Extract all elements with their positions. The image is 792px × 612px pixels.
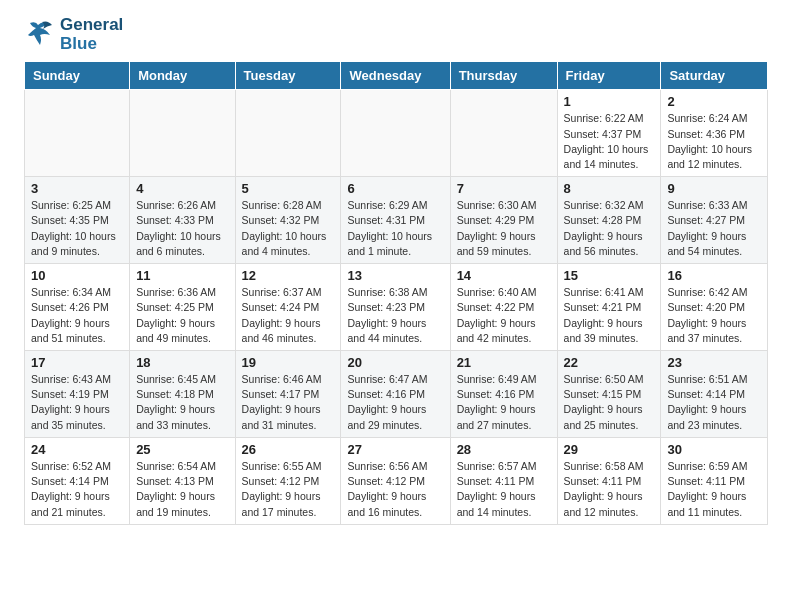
- calendar-cell: [235, 90, 341, 177]
- day-number: 11: [136, 268, 228, 283]
- day-number: 19: [242, 355, 335, 370]
- day-number: 15: [564, 268, 655, 283]
- day-info: Sunrise: 6:24 AM Sunset: 4:36 PM Dayligh…: [667, 111, 761, 172]
- day-number: 12: [242, 268, 335, 283]
- calendar-cell: [130, 90, 235, 177]
- day-number: 28: [457, 442, 551, 457]
- logo-icon: [20, 17, 56, 53]
- day-info: Sunrise: 6:37 AM Sunset: 4:24 PM Dayligh…: [242, 285, 335, 346]
- day-number: 23: [667, 355, 761, 370]
- day-info: Sunrise: 6:54 AM Sunset: 4:13 PM Dayligh…: [136, 459, 228, 520]
- calendar-cell: 3Sunrise: 6:25 AM Sunset: 4:35 PM Daylig…: [25, 177, 130, 264]
- day-info: Sunrise: 6:34 AM Sunset: 4:26 PM Dayligh…: [31, 285, 123, 346]
- calendar-cell: 28Sunrise: 6:57 AM Sunset: 4:11 PM Dayli…: [450, 437, 557, 524]
- day-number: 22: [564, 355, 655, 370]
- calendar-cell: 16Sunrise: 6:42 AM Sunset: 4:20 PM Dayli…: [661, 264, 768, 351]
- calendar-cell: [341, 90, 450, 177]
- calendar-cell: 14Sunrise: 6:40 AM Sunset: 4:22 PM Dayli…: [450, 264, 557, 351]
- calendar-cell: 19Sunrise: 6:46 AM Sunset: 4:17 PM Dayli…: [235, 351, 341, 438]
- day-number: 18: [136, 355, 228, 370]
- calendar-cell: 21Sunrise: 6:49 AM Sunset: 4:16 PM Dayli…: [450, 351, 557, 438]
- weekday-header-thursday: Thursday: [450, 62, 557, 90]
- calendar-cell: [450, 90, 557, 177]
- day-number: 27: [347, 442, 443, 457]
- day-info: Sunrise: 6:56 AM Sunset: 4:12 PM Dayligh…: [347, 459, 443, 520]
- day-info: Sunrise: 6:32 AM Sunset: 4:28 PM Dayligh…: [564, 198, 655, 259]
- day-info: Sunrise: 6:36 AM Sunset: 4:25 PM Dayligh…: [136, 285, 228, 346]
- day-info: Sunrise: 6:46 AM Sunset: 4:17 PM Dayligh…: [242, 372, 335, 433]
- day-info: Sunrise: 6:42 AM Sunset: 4:20 PM Dayligh…: [667, 285, 761, 346]
- calendar-cell: 30Sunrise: 6:59 AM Sunset: 4:11 PM Dayli…: [661, 437, 768, 524]
- calendar-cell: 27Sunrise: 6:56 AM Sunset: 4:12 PM Dayli…: [341, 437, 450, 524]
- calendar-cell: 1Sunrise: 6:22 AM Sunset: 4:37 PM Daylig…: [557, 90, 661, 177]
- day-number: 9: [667, 181, 761, 196]
- day-info: Sunrise: 6:41 AM Sunset: 4:21 PM Dayligh…: [564, 285, 655, 346]
- weekday-header-wednesday: Wednesday: [341, 62, 450, 90]
- calendar-cell: 20Sunrise: 6:47 AM Sunset: 4:16 PM Dayli…: [341, 351, 450, 438]
- day-number: 4: [136, 181, 228, 196]
- calendar-cell: 4Sunrise: 6:26 AM Sunset: 4:33 PM Daylig…: [130, 177, 235, 264]
- calendar-cell: 2Sunrise: 6:24 AM Sunset: 4:36 PM Daylig…: [661, 90, 768, 177]
- day-number: 2: [667, 94, 761, 109]
- day-number: 10: [31, 268, 123, 283]
- weekday-header-sunday: Sunday: [25, 62, 130, 90]
- day-number: 20: [347, 355, 443, 370]
- calendar-container: SundayMondayTuesdayWednesdayThursdayFrid…: [0, 61, 792, 536]
- day-number: 16: [667, 268, 761, 283]
- day-number: 26: [242, 442, 335, 457]
- day-number: 30: [667, 442, 761, 457]
- day-info: Sunrise: 6:45 AM Sunset: 4:18 PM Dayligh…: [136, 372, 228, 433]
- day-info: Sunrise: 6:25 AM Sunset: 4:35 PM Dayligh…: [31, 198, 123, 259]
- weekday-header-monday: Monday: [130, 62, 235, 90]
- day-info: Sunrise: 6:47 AM Sunset: 4:16 PM Dayligh…: [347, 372, 443, 433]
- day-info: Sunrise: 6:38 AM Sunset: 4:23 PM Dayligh…: [347, 285, 443, 346]
- calendar-week-1: 1Sunrise: 6:22 AM Sunset: 4:37 PM Daylig…: [25, 90, 768, 177]
- day-number: 17: [31, 355, 123, 370]
- day-number: 5: [242, 181, 335, 196]
- day-info: Sunrise: 6:29 AM Sunset: 4:31 PM Dayligh…: [347, 198, 443, 259]
- day-info: Sunrise: 6:30 AM Sunset: 4:29 PM Dayligh…: [457, 198, 551, 259]
- day-info: Sunrise: 6:51 AM Sunset: 4:14 PM Dayligh…: [667, 372, 761, 433]
- day-info: Sunrise: 6:22 AM Sunset: 4:37 PM Dayligh…: [564, 111, 655, 172]
- day-info: Sunrise: 6:26 AM Sunset: 4:33 PM Dayligh…: [136, 198, 228, 259]
- calendar-cell: 11Sunrise: 6:36 AM Sunset: 4:25 PM Dayli…: [130, 264, 235, 351]
- calendar-cell: 10Sunrise: 6:34 AM Sunset: 4:26 PM Dayli…: [25, 264, 130, 351]
- weekday-header-row: SundayMondayTuesdayWednesdayThursdayFrid…: [25, 62, 768, 90]
- day-number: 7: [457, 181, 551, 196]
- day-number: 13: [347, 268, 443, 283]
- calendar-cell: 12Sunrise: 6:37 AM Sunset: 4:24 PM Dayli…: [235, 264, 341, 351]
- day-info: Sunrise: 6:28 AM Sunset: 4:32 PM Dayligh…: [242, 198, 335, 259]
- calendar-cell: 17Sunrise: 6:43 AM Sunset: 4:19 PM Dayli…: [25, 351, 130, 438]
- day-number: 24: [31, 442, 123, 457]
- calendar-cell: 13Sunrise: 6:38 AM Sunset: 4:23 PM Dayli…: [341, 264, 450, 351]
- day-number: 14: [457, 268, 551, 283]
- calendar-table: SundayMondayTuesdayWednesdayThursdayFrid…: [24, 61, 768, 524]
- calendar-week-4: 17Sunrise: 6:43 AM Sunset: 4:19 PM Dayli…: [25, 351, 768, 438]
- calendar-cell: 26Sunrise: 6:55 AM Sunset: 4:12 PM Dayli…: [235, 437, 341, 524]
- day-info: Sunrise: 6:58 AM Sunset: 4:11 PM Dayligh…: [564, 459, 655, 520]
- day-number: 8: [564, 181, 655, 196]
- calendar-week-2: 3Sunrise: 6:25 AM Sunset: 4:35 PM Daylig…: [25, 177, 768, 264]
- calendar-cell: 6Sunrise: 6:29 AM Sunset: 4:31 PM Daylig…: [341, 177, 450, 264]
- day-info: Sunrise: 6:49 AM Sunset: 4:16 PM Dayligh…: [457, 372, 551, 433]
- calendar-cell: 24Sunrise: 6:52 AM Sunset: 4:14 PM Dayli…: [25, 437, 130, 524]
- day-info: Sunrise: 6:55 AM Sunset: 4:12 PM Dayligh…: [242, 459, 335, 520]
- calendar-cell: [25, 90, 130, 177]
- calendar-cell: 15Sunrise: 6:41 AM Sunset: 4:21 PM Dayli…: [557, 264, 661, 351]
- calendar-cell: 7Sunrise: 6:30 AM Sunset: 4:29 PM Daylig…: [450, 177, 557, 264]
- calendar-cell: 8Sunrise: 6:32 AM Sunset: 4:28 PM Daylig…: [557, 177, 661, 264]
- weekday-header-saturday: Saturday: [661, 62, 768, 90]
- calendar-week-5: 24Sunrise: 6:52 AM Sunset: 4:14 PM Dayli…: [25, 437, 768, 524]
- day-info: Sunrise: 6:57 AM Sunset: 4:11 PM Dayligh…: [457, 459, 551, 520]
- day-number: 1: [564, 94, 655, 109]
- day-info: Sunrise: 6:50 AM Sunset: 4:15 PM Dayligh…: [564, 372, 655, 433]
- calendar-cell: 29Sunrise: 6:58 AM Sunset: 4:11 PM Dayli…: [557, 437, 661, 524]
- day-info: Sunrise: 6:52 AM Sunset: 4:14 PM Dayligh…: [31, 459, 123, 520]
- weekday-header-friday: Friday: [557, 62, 661, 90]
- logo-text: General Blue: [60, 16, 123, 53]
- logo: General Blue: [20, 16, 123, 53]
- day-number: 21: [457, 355, 551, 370]
- day-info: Sunrise: 6:33 AM Sunset: 4:27 PM Dayligh…: [667, 198, 761, 259]
- day-number: 29: [564, 442, 655, 457]
- calendar-cell: 9Sunrise: 6:33 AM Sunset: 4:27 PM Daylig…: [661, 177, 768, 264]
